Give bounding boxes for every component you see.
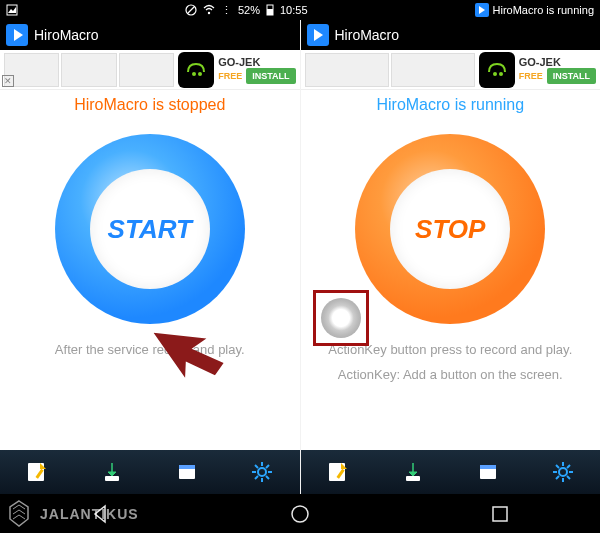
start-button-label: START xyxy=(90,169,210,289)
svg-marker-14 xyxy=(108,463,116,476)
service-status: HiroMacro is running xyxy=(376,96,524,114)
svg-marker-32 xyxy=(409,463,417,476)
gojek-app-icon xyxy=(178,52,214,88)
svg-line-25 xyxy=(266,465,269,468)
nav-recent-button[interactable] xyxy=(482,496,518,532)
window-icon[interactable] xyxy=(173,458,201,486)
start-button[interactable]: START xyxy=(55,134,245,324)
svg-rect-6 xyxy=(267,9,273,15)
edit-icon[interactable] xyxy=(324,458,352,486)
watermark: JALANTIKUS xyxy=(4,497,139,531)
app-icon xyxy=(307,24,329,46)
svg-line-24 xyxy=(255,476,258,479)
svg-point-46 xyxy=(292,506,308,522)
actionkey-knob-icon xyxy=(321,298,361,338)
bottom-toolbar xyxy=(301,450,601,494)
status-separator: ⋮ xyxy=(221,4,232,17)
clock: 10:55 xyxy=(280,4,308,16)
app-title: HiroMacro xyxy=(34,27,99,43)
ad-install-button[interactable]: INSTALL xyxy=(246,68,295,84)
stop-button[interactable]: STOP xyxy=(355,134,545,324)
svg-line-41 xyxy=(567,476,570,479)
actionkey-floating-button[interactable] xyxy=(313,290,369,346)
stop-button-label: STOP xyxy=(390,169,510,289)
download-icon[interactable] xyxy=(98,458,126,486)
svg-line-22 xyxy=(255,465,258,468)
svg-point-35 xyxy=(559,468,567,476)
svg-rect-13 xyxy=(105,476,119,481)
svg-point-17 xyxy=(258,468,266,476)
android-nav-bar: JALANTIKUS xyxy=(0,494,600,533)
svg-point-4 xyxy=(208,12,210,14)
ad-banner[interactable]: GO-JEK FREE INSTALL xyxy=(301,50,601,90)
android-status-bar: ⋮ 52% 10:55 HiroMacro is running xyxy=(0,0,600,20)
gojek-app-icon xyxy=(479,52,515,88)
app-title-bar: HiroMacro xyxy=(301,20,601,50)
svg-line-23 xyxy=(266,476,269,479)
edit-icon[interactable] xyxy=(23,458,51,486)
wifi-icon xyxy=(203,4,215,16)
ad-text: GO-JEK FREE INSTALL xyxy=(519,56,596,84)
ad-install-button[interactable]: INSTALL xyxy=(547,68,596,84)
pane-stopped: HiroMacro ✕ GO-JEK FREE INSTALL HiroMacr… xyxy=(0,20,300,494)
svg-point-27 xyxy=(499,72,503,76)
service-status: HiroMacro is stopped xyxy=(74,96,225,114)
settings-icon[interactable] xyxy=(549,458,577,486)
svg-point-7 xyxy=(192,72,196,76)
app-title: HiroMacro xyxy=(335,27,400,43)
nav-back-button[interactable] xyxy=(82,496,118,532)
settings-icon[interactable] xyxy=(248,458,276,486)
window-icon[interactable] xyxy=(474,458,502,486)
ad-thumbnails xyxy=(305,53,475,87)
ad-app-name: GO-JEK xyxy=(519,56,561,68)
ad-text: GO-JEK FREE INSTALL xyxy=(218,56,295,84)
svg-line-40 xyxy=(556,465,559,468)
svg-marker-45 xyxy=(95,506,105,522)
svg-rect-31 xyxy=(406,476,420,481)
svg-marker-1 xyxy=(8,7,16,13)
hint-text-2: ActionKey: Add a button on the screen. xyxy=(330,367,571,382)
ad-free-label: FREE xyxy=(519,71,543,81)
battery-pct: 52% xyxy=(238,4,260,16)
nav-home-button[interactable] xyxy=(282,496,318,532)
svg-rect-16 xyxy=(179,465,195,469)
svg-rect-47 xyxy=(493,507,507,521)
svg-rect-34 xyxy=(480,465,496,469)
svg-point-26 xyxy=(493,72,497,76)
ad-app-name: GO-JEK xyxy=(218,56,260,68)
ad-close-icon[interactable]: ✕ xyxy=(2,75,14,87)
ad-banner[interactable]: ✕ GO-JEK FREE INSTALL xyxy=(0,50,300,90)
app-icon xyxy=(6,24,28,46)
main-area: HiroMacro is stopped START After the ser… xyxy=(0,90,300,450)
svg-line-42 xyxy=(556,476,559,479)
pane-running: HiroMacro GO-JEK FREE INSTALL HiroMacro … xyxy=(300,20,601,494)
ad-free-label: FREE xyxy=(218,71,242,81)
download-icon[interactable] xyxy=(399,458,427,486)
app-title-bar: HiroMacro xyxy=(0,20,300,50)
svg-point-8 xyxy=(198,72,202,76)
notification-text: HiroMacro is running xyxy=(493,4,594,16)
hiromacro-notification-icon xyxy=(475,3,489,17)
main-area: HiroMacro is running STOP ActionKey butt… xyxy=(301,90,601,450)
svg-line-3 xyxy=(188,7,194,13)
ad-thumbnails xyxy=(4,53,174,87)
gallery-status-icon xyxy=(6,4,18,16)
bottom-toolbar xyxy=(0,450,300,494)
battery-icon xyxy=(266,4,274,16)
no-sim-icon xyxy=(185,4,197,16)
svg-line-43 xyxy=(567,465,570,468)
